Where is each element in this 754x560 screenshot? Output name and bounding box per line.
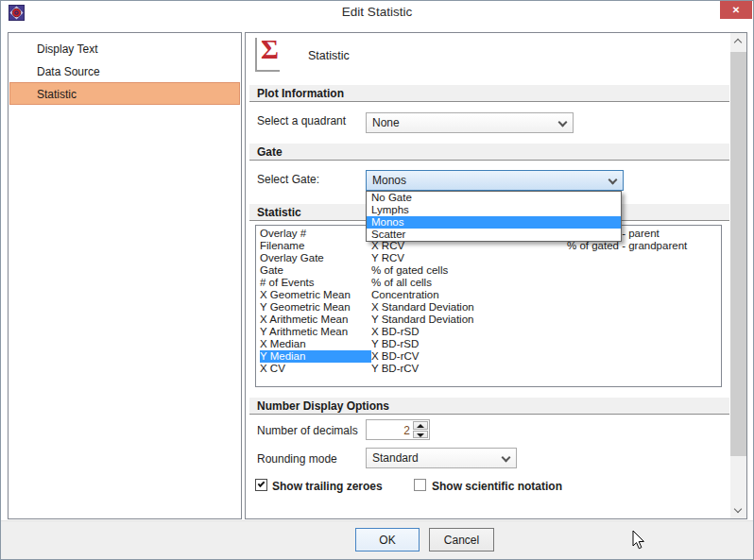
- rounding-select[interactable]: Standard: [366, 448, 517, 468]
- close-button[interactable]: ✕: [720, 1, 752, 19]
- statistic-option[interactable]: X BD-rSD: [371, 326, 566, 338]
- spinner-down-icon: [417, 433, 424, 437]
- vertical-scrollbar[interactable]: [730, 33, 746, 518]
- gate-option[interactable]: No Gate: [367, 192, 621, 204]
- cursor-icon: [632, 530, 645, 550]
- statistic-option[interactable]: # of Events: [260, 277, 371, 289]
- ok-button[interactable]: OK: [355, 528, 420, 552]
- gate-option[interactable]: Scatter: [367, 229, 621, 241]
- rounding-value: Standard: [372, 451, 419, 465]
- decimals-value: 2: [403, 424, 410, 437]
- statistic-column-1: Overlay #FilenameOverlay GateGate# of Ev…: [260, 228, 371, 375]
- statistic-option[interactable]: Y Median: [260, 350, 371, 363]
- quadrant-value: None: [372, 116, 400, 129]
- chevron-down-icon: [734, 505, 742, 513]
- gate-value: Monos: [372, 174, 406, 187]
- section-header-number-display: Number Display Options: [249, 398, 729, 415]
- rounding-label: Rounding mode: [257, 452, 337, 466]
- statistic-option[interactable]: Y RCV: [371, 252, 566, 264]
- panel-title: Statistic: [308, 49, 350, 62]
- statistic-option[interactable]: Gate: [260, 264, 371, 277]
- statistic-listbox[interactable]: Overlay #FilenameOverlay GateGate# of Ev…: [255, 225, 722, 387]
- spinner-up-button[interactable]: [413, 421, 428, 430]
- statistic-option[interactable]: Filename: [260, 240, 371, 252]
- edit-statistic-dialog: Edit Statistic ✕ Display TextData Source…: [0, 0, 754, 560]
- checkmark-icon: [258, 480, 266, 487]
- panel-content: Σ Statistic Plot Information Select a qu…: [246, 33, 730, 518]
- statistic-option[interactable]: Overlay #: [260, 228, 371, 240]
- sidebar-item[interactable]: Data Source: [9, 59, 240, 82]
- trailing-zeroes-label: Show trailing zeroes: [272, 480, 383, 493]
- content-panel: Σ Statistic Plot Information Select a qu…: [245, 32, 747, 519]
- quadrant-select[interactable]: None: [366, 112, 574, 133]
- close-icon: ✕: [732, 5, 740, 15]
- statistic-option[interactable]: Overlay Gate: [260, 252, 371, 264]
- gate-dropdown-list[interactable]: No GateLymphsMonosScatter: [366, 191, 622, 242]
- scientific-notation-label: Show scientific notation: [432, 480, 562, 493]
- sigma-icon: Σ: [255, 38, 280, 72]
- sidebar: Display TextData SourceStatistic: [8, 32, 242, 519]
- scientific-notation-checkbox[interactable]: [414, 479, 426, 491]
- chevron-down-icon: [502, 453, 511, 463]
- statistic-option[interactable]: X Standard Deviation: [371, 301, 566, 314]
- section-header-gate: Gate: [249, 144, 729, 161]
- chevron-down-icon: [608, 176, 618, 185]
- scroll-down-button[interactable]: [730, 502, 746, 518]
- statistic-option[interactable]: Y Arithmetic Mean: [260, 326, 371, 338]
- gate-option[interactable]: Lymphs: [367, 204, 621, 216]
- trailing-zeroes-checkbox[interactable]: [255, 479, 267, 491]
- chevron-up-icon: [734, 39, 742, 46]
- scrollbar-thumb[interactable]: [730, 52, 746, 456]
- sidebar-item[interactable]: Statistic: [9, 82, 240, 105]
- statistic-option[interactable]: Y BD-rCV: [371, 363, 566, 375]
- titlebar[interactable]: Edit Statistic ✕: [1, 1, 753, 25]
- window-title: Edit Statistic: [1, 5, 753, 19]
- statistic-column-2: Y CVX RCVY RCV% of gated cells% of all c…: [371, 228, 566, 375]
- gate-option[interactable]: Monos: [367, 216, 621, 229]
- statistic-option[interactable]: Concentration: [371, 289, 566, 301]
- statistic-option[interactable]: X BD-rCV: [371, 350, 566, 363]
- statistic-option[interactable]: X Arithmetic Mean: [260, 314, 371, 326]
- spinner-up-icon: [417, 424, 424, 428]
- chevron-down-icon: [558, 118, 568, 127]
- statistic-option[interactable]: X CV: [260, 363, 371, 375]
- statistic-option[interactable]: X Median: [260, 338, 371, 350]
- section-header-plot-information: Plot Information: [249, 85, 729, 102]
- statistic-option[interactable]: X Geometric Mean: [260, 289, 371, 301]
- statistic-option[interactable]: % of gated cells: [371, 264, 566, 277]
- statistic-option[interactable]: Y Standard Deviation: [371, 314, 566, 326]
- spinner-down-button[interactable]: [413, 431, 428, 439]
- decimals-label: Number of decimals: [257, 424, 358, 437]
- decimals-stepper[interactable]: 2: [366, 419, 430, 440]
- scroll-up-button[interactable]: [730, 33, 746, 49]
- sidebar-item[interactable]: Display Text: [9, 37, 240, 59]
- cancel-button[interactable]: Cancel: [429, 528, 494, 552]
- statistic-option[interactable]: Y BD-rSD: [371, 338, 566, 350]
- statistic-option[interactable]: Y Geometric Mean: [260, 301, 371, 314]
- gate-label: Select Gate:: [257, 173, 319, 186]
- quadrant-label: Select a quadrant: [257, 114, 346, 127]
- statistic-option[interactable]: % of all cells: [371, 277, 566, 289]
- gate-select[interactable]: Monos: [366, 170, 624, 191]
